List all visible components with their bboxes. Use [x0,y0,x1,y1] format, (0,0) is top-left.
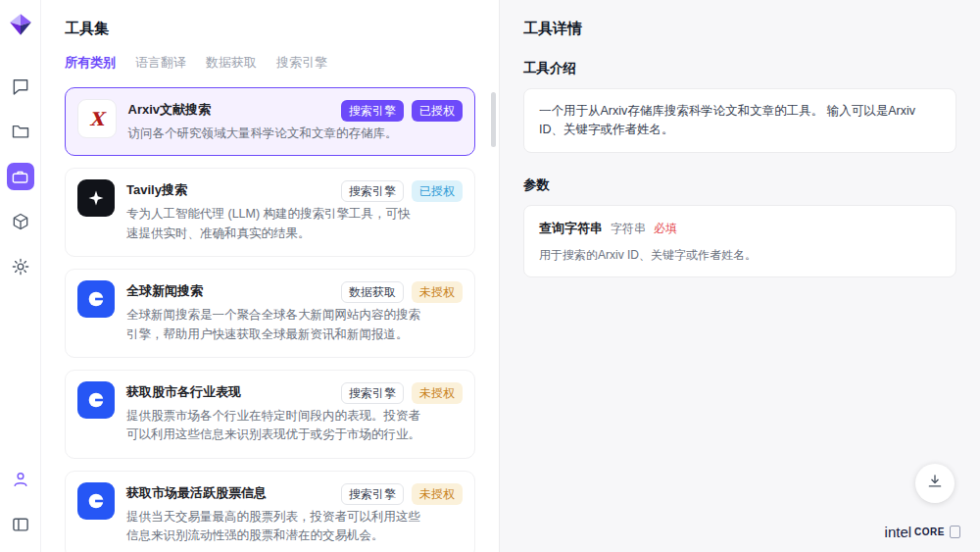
tool-intro-text: 一个用于从Arxiv存储库搜索科学论文和文章的工具。 输入可以是Arxiv ID… [539,104,915,136]
category-badge: 数据获取 [341,281,404,303]
tool-card-global-news[interactable]: 全球新闻搜索 全球新闻搜索是一个聚合全球各大新闻网站内容的搜索引擎，帮助用户快速… [65,269,475,358]
core-wordmark: CORE [914,527,945,537]
tab-search-engine[interactable]: 搜索引擎 [276,54,327,72]
intro-heading: 工具介绍 [523,60,956,77]
market-data-icon [77,381,115,419]
tool-description: 专为人工智能代理 (LLM) 构建的搜索引擎工具，可快速提供实时、准确和真实的结… [126,205,420,243]
tavily-star-icon [77,179,115,217]
auth-status-badge: 已授权 [412,100,463,122]
category-tabs: 所有类别 语言翻译 数据获取 搜索引擎 [65,54,485,72]
panel-toggle-icon[interactable] [7,511,34,538]
market-data-icon [77,482,115,520]
param-name: 查询字符串 [539,219,603,238]
global-news-icon [77,280,115,318]
param-required-label: 必填 [654,220,677,237]
package-icon[interactable] [7,208,34,235]
tab-data-acquisition[interactable]: 数据获取 [206,54,257,72]
tool-detail-panel: 工具详情 工具介绍 一个用于从Arxiv存储库搜索科学论文和文章的工具。 输入可… [500,0,980,552]
intel-core-logo: intel CORE [885,524,960,540]
arxiv-logo-icon: X [77,99,117,138]
category-badge: 搜索引擎 [341,180,404,202]
download-button[interactable] [915,464,955,503]
tab-all-categories[interactable]: 所有类别 [65,54,116,72]
param-description: 用于搜索的Arxiv ID、关键字或作者姓名。 [539,246,941,264]
app-window: 工具集 所有类别 语言翻译 数据获取 搜索引擎 X Arxiv文献搜索 访问各个… [0,0,980,552]
tool-description: 全球新闻搜索是一个聚合全球各大新闻网站内容的搜索引擎，帮助用户快速获取全球最新资… [126,306,420,344]
tool-list-panel: 工具集 所有类别 语言翻译 数据获取 搜索引擎 X Arxiv文献搜索 访问各个… [41,0,500,552]
auth-status-badge: 已授权 [412,180,463,202]
tool-card-arxiv[interactable]: X Arxiv文献搜索 访问各个研究领域大量科学论文和文章的存储库。 搜索引擎 … [65,87,475,156]
tool-description: 提供当天交易量最高的股票列表，投资者可以利用这些信息来识别流动性强的股票和潜在的… [126,508,420,546]
auth-status-badge: 未授权 [412,382,463,404]
tab-language-translation[interactable]: 语言翻译 [135,54,186,72]
tool-card-sector-performance[interactable]: 获取股市各行业表现 提供股票市场各个行业在特定时间段内的表现。投资者可以利用这些… [65,370,475,459]
folder-icon[interactable] [7,118,34,145]
auth-status-badge: 未授权 [412,281,463,303]
app-logo-icon [8,12,33,41]
page-title: 工具集 [65,20,485,38]
param-type: 字符串 [611,220,646,237]
category-badge: 搜索引擎 [341,382,404,404]
tool-card-active-stocks[interactable]: 获取市场最活跃股票信息 提供当天交易量最高的股票列表，投资者可以利用这些信息来识… [65,471,475,552]
user-icon[interactable] [7,466,34,493]
params-heading: 参数 [523,176,956,194]
tool-card-tavily[interactable]: Tavily搜索 专为人工智能代理 (LLM) 构建的搜索引擎工具，可快速提供实… [65,168,475,257]
detail-title: 工具详情 [523,20,956,38]
category-badge: 搜索引擎 [341,483,404,505]
tool-description: 访问各个研究领域大量科学论文和文章的存储库。 [128,125,398,143]
icon-rail [0,0,41,552]
chat-icon[interactable] [7,73,34,100]
settings-gear-icon[interactable] [7,253,34,280]
download-icon [926,473,944,494]
intel-core-badge-box [950,526,960,538]
auth-status-badge: 未授权 [412,483,463,505]
tool-card-list: X Arxiv文献搜索 访问各个研究领域大量科学论文和文章的存储库。 搜索引擎 … [65,87,485,552]
briefcase-icon[interactable] [7,163,34,190]
category-badge: 搜索引擎 [341,100,404,122]
tool-description: 提供股票市场各个行业在特定时间段内的表现。投资者可以利用这些信息来识别表现优于或… [126,407,420,445]
tool-intro-card: 一个用于从Arxiv存储库搜索科学论文和文章的工具。 输入可以是Arxiv ID… [523,88,956,153]
parameter-card: 查询字符串 字符串 必填 用于搜索的Arxiv ID、关键字或作者姓名。 [523,205,956,278]
list-scrollbar-thumb[interactable] [491,92,496,147]
intel-wordmark: intel [885,524,912,540]
